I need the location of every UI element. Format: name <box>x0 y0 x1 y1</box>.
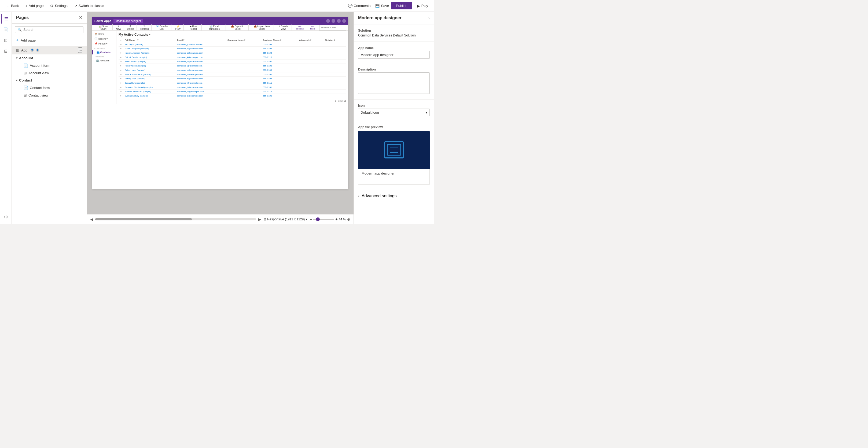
mini-table-row[interactable]: ○ Sidney Higa (sample) someone_e@example… <box>119 77 346 81</box>
row-checkbox[interactable]: ○ <box>119 68 123 72</box>
row-checkbox[interactable]: ○ <box>119 60 123 64</box>
mini-table-row[interactable]: ○ Patrick Sands (sample) someone_k@examp… <box>119 55 346 60</box>
row-name[interactable]: Robert Lyon (sample) <box>123 68 176 72</box>
mini-col-phone[interactable]: Business Phone ▾ <box>261 38 298 42</box>
row-phone[interactable]: 555-0103 <box>261 46 298 51</box>
row-checkbox[interactable]: ○ <box>119 51 123 55</box>
row-email[interactable]: someone_c@example.com <box>176 51 226 55</box>
mini-run-report-btn[interactable]: ▶ Run Report <box>185 24 202 31</box>
row-checkbox[interactable]: ○ <box>119 77 123 81</box>
mini-table-row[interactable]: ○ Rene Valdes (sample) someone_j@example… <box>119 64 346 68</box>
rail-page-icon[interactable]: 📄 <box>1 25 11 34</box>
row-email[interactable]: someone_e@example.com <box>176 77 226 81</box>
icon-select[interactable]: Default icon ▾ <box>358 108 430 116</box>
mini-table-row[interactable]: ○ Thomas Andersen (sample) someone_m@exa… <box>119 90 346 94</box>
tree-item-account-form[interactable]: 📄 Account form <box>14 62 87 69</box>
app-more-button[interactable]: ··· <box>78 47 82 53</box>
row-name[interactable]: Jim Glynn (sample) <box>123 42 176 46</box>
canvas-scroll-left-btn[interactable]: ◀ <box>90 217 93 221</box>
row-name[interactable]: Susanna Stubberod (sample) <box>123 85 176 90</box>
right-panel-close-button[interactable]: › <box>428 15 430 20</box>
row-checkbox[interactable]: ○ <box>119 94 123 98</box>
mini-import-excel-btn[interactable]: 📥 Import from Excel <box>250 24 274 31</box>
zoom-in-button[interactable]: + <box>335 217 337 221</box>
row-phone[interactable]: 555-0100 <box>261 94 298 98</box>
row-name[interactable]: Susan Burk (sample) <box>123 81 176 85</box>
rail-settings-icon[interactable]: ⚙ <box>1 212 11 222</box>
row-name[interactable]: Sidney Higa (sample) <box>123 77 176 81</box>
pages-search-input[interactable] <box>23 28 81 32</box>
mini-table-row[interactable]: ○ Susanna Stubberod (sample) someone_b@e… <box>119 85 346 90</box>
mini-table-row[interactable]: ○ Maria Campbell (sample) someone_d@exam… <box>119 46 346 51</box>
back-button[interactable]: ← Back <box>3 3 22 9</box>
app-name-input[interactable] <box>358 51 430 59</box>
row-email[interactable]: someone_a@example.com <box>176 94 226 98</box>
mini-refresh-btn[interactable]: ↻ Refresh <box>138 24 152 31</box>
row-email[interactable]: someone_k@example.com <box>176 55 226 60</box>
rail-data-icon[interactable]: ⊞ <box>1 46 11 56</box>
play-button[interactable]: ▶ Play <box>414 3 431 9</box>
advanced-settings-header[interactable]: ▾ Advanced settings <box>354 189 434 203</box>
responsive-button[interactable]: ⊡ Responsive (1911 x 1129) ▾ <box>264 217 307 221</box>
mini-col-address[interactable]: Address 1 ▾ <box>298 38 323 42</box>
row-phone[interactable]: 555-0107 <box>261 60 298 64</box>
mini-nav-accounts[interactable]: 🏢 Accounts <box>92 59 116 63</box>
mini-edit-filters-btn[interactable]: Edit filters <box>307 25 318 31</box>
rail-pages-icon[interactable]: ☰ <box>1 14 11 24</box>
zoom-fit-button[interactable]: ⊕ <box>347 217 350 221</box>
row-name[interactable]: Patrick Sands (sample) <box>123 55 176 60</box>
row-email[interactable]: someone_m@example.com <box>176 90 226 94</box>
mini-col-birthday[interactable]: Birthday ▾ <box>323 38 346 42</box>
rail-components-icon[interactable]: ⊡ <box>1 35 11 45</box>
row-name[interactable]: Nancy Anderson (sample) <box>123 51 176 55</box>
row-email[interactable]: someone_d@example.com <box>176 46 226 51</box>
mini-nav-home[interactable]: 🏠 Home <box>92 32 116 36</box>
row-email[interactable]: someone_j@example.com <box>176 42 226 46</box>
mini-delete-btn[interactable]: 🗑 Delete <box>124 24 137 31</box>
row-name[interactable]: Maria Campbell (sample) <box>123 46 176 51</box>
tree-item-account-view[interactable]: ⊞ Account view <box>14 69 87 77</box>
zoom-out-button[interactable]: − <box>310 217 312 221</box>
pages-close-button[interactable]: ✕ <box>79 15 82 20</box>
mini-nav-contacts[interactable]: 👥 Contacts <box>92 50 116 55</box>
row-phone[interactable]: 555-0111 <box>261 81 298 85</box>
row-name[interactable]: Thomas Andersen (sample) <box>123 90 176 94</box>
mini-table-row[interactable]: ○ Robert Lyon (sample) someone_g@example… <box>119 68 346 72</box>
save-button[interactable]: 💾 Save <box>375 4 389 8</box>
mini-col-fullname[interactable]: Full Name ↑ ▾ <box>123 38 176 42</box>
row-checkbox[interactable]: ○ <box>119 90 123 94</box>
row-phone[interactable]: 555-0101 <box>261 85 298 90</box>
row-checkbox[interactable]: ○ <box>119 72 123 77</box>
row-phone[interactable]: 555-0110 <box>261 55 298 60</box>
mini-table-row[interactable]: ○ Paul Cannon (sample) someone_h@example… <box>119 60 346 64</box>
settings-button[interactable]: ⚙ Settings <box>48 3 70 9</box>
row-checkbox[interactable]: ○ <box>119 55 123 60</box>
mini-table-row[interactable]: ○ Yvonne McKay (sample) someone_a@exampl… <box>119 94 346 98</box>
mini-col-company[interactable]: Company Name ▾ <box>226 38 261 42</box>
tree-item-app[interactable]: ▦ App 👤 👤 ··· <box>12 46 87 55</box>
row-phone[interactable]: 555-0104 <box>261 77 298 81</box>
mini-nav-recent[interactable]: 🕐 Recent ▾ <box>92 36 116 41</box>
canvas-scrollbar[interactable] <box>95 218 256 220</box>
comments-button[interactable]: 💬 Comments <box>345 3 373 9</box>
zoom-slider[interactable] <box>313 219 334 220</box>
row-phone[interactable]: 555-0108 <box>261 64 298 68</box>
row-checkbox[interactable]: ○ <box>119 85 123 90</box>
description-textarea[interactable] <box>358 72 430 94</box>
mini-flow-btn[interactable]: ⚡ Flow <box>173 24 184 31</box>
mini-export-excel-btn[interactable]: 📤 Export to Excel <box>227 24 249 31</box>
tree-group-contact[interactable]: ▾ Contact <box>12 77 87 84</box>
mini-table-row[interactable]: ○ Susan Burk (sample) someone_i@example.… <box>119 81 346 85</box>
mini-nav-pinned[interactable]: 📌 Pinned ▾ <box>92 41 116 46</box>
mini-show-chart-btn[interactable]: 📊 Show Chart <box>94 24 113 31</box>
mini-new-btn[interactable]: + New <box>114 24 123 31</box>
tree-item-contact-form[interactable]: 📄 Contact form <box>14 84 87 91</box>
row-email[interactable]: someone_b@example.com <box>176 85 226 90</box>
row-phone[interactable]: 555-0109 <box>261 42 298 46</box>
mini-excel-templates-btn[interactable]: 📊 Excel Templates <box>203 24 226 31</box>
row-phone[interactable]: 555-0105 <box>261 72 298 77</box>
row-checkbox[interactable]: ○ <box>119 46 123 51</box>
mini-table-row[interactable]: ○ Nancy Anderson (sample) someone_c@exam… <box>119 51 346 55</box>
mini-col-email[interactable]: Email ▾ <box>176 38 226 42</box>
publish-button[interactable]: Publish <box>391 2 412 9</box>
